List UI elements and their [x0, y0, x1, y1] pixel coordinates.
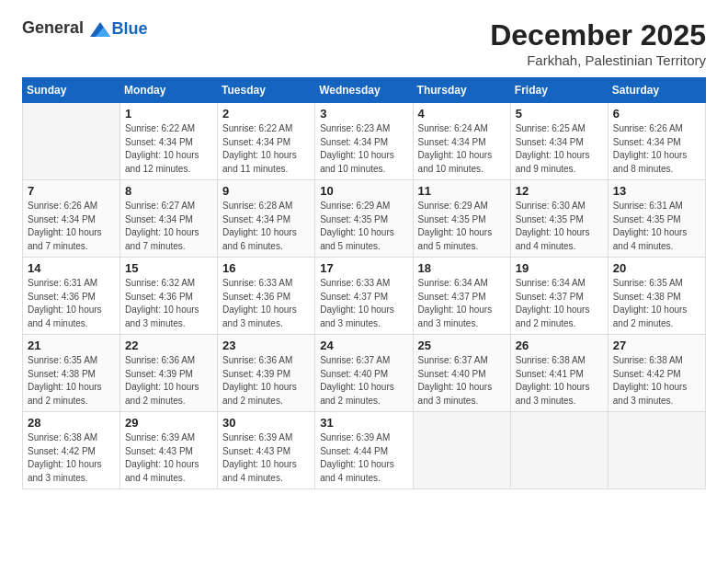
day-info: Sunrise: 6:39 AM Sunset: 4:43 PM Dayligh…	[125, 432, 199, 483]
calendar-header-row: SundayMondayTuesdayWednesdayThursdayFrid…	[23, 78, 706, 103]
column-header-wednesday: Wednesday	[315, 78, 413, 103]
day-info: Sunrise: 6:33 AM Sunset: 4:36 PM Dayligh…	[222, 278, 297, 328]
day-info: Sunrise: 6:39 AM Sunset: 4:44 PM Dayligh…	[320, 432, 394, 483]
calendar-cell: 19Sunrise: 6:34 AM Sunset: 4:37 PM Dayli…	[510, 258, 608, 335]
day-number: 30	[222, 416, 310, 430]
day-number: 27	[613, 339, 700, 352]
calendar-cell: 3Sunrise: 6:23 AM Sunset: 4:34 PM Daylig…	[315, 103, 413, 180]
week-row-5: 28Sunrise: 6:38 AM Sunset: 4:42 PM Dayli…	[23, 412, 706, 489]
day-info: Sunrise: 6:28 AM Sunset: 4:34 PM Dayligh…	[222, 201, 297, 251]
column-header-thursday: Thursday	[413, 78, 510, 103]
day-number: 25	[418, 339, 506, 352]
day-number: 22	[125, 339, 212, 352]
column-header-friday: Friday	[510, 78, 608, 103]
day-info: Sunrise: 6:38 AM Sunset: 4:42 PM Dayligh…	[613, 355, 688, 406]
day-number: 29	[125, 416, 212, 430]
day-info: Sunrise: 6:26 AM Sunset: 4:34 PM Dayligh…	[28, 201, 102, 251]
day-number: 26	[516, 339, 603, 352]
calendar-cell: 2Sunrise: 6:22 AM Sunset: 4:34 PM Daylig…	[218, 103, 315, 180]
calendar-cell	[413, 412, 510, 489]
day-number: 20	[613, 261, 700, 275]
calendar-cell: 28Sunrise: 6:38 AM Sunset: 4:42 PM Dayli…	[23, 412, 120, 489]
calendar-cell: 30Sunrise: 6:39 AM Sunset: 4:43 PM Dayli…	[218, 412, 315, 489]
day-info: Sunrise: 6:27 AM Sunset: 4:34 PM Dayligh…	[125, 201, 199, 251]
day-info: Sunrise: 6:38 AM Sunset: 4:41 PM Dayligh…	[516, 355, 590, 406]
week-row-2: 7Sunrise: 6:26 AM Sunset: 4:34 PM Daylig…	[23, 180, 706, 258]
day-number: 16	[222, 261, 310, 275]
day-info: Sunrise: 6:35 AM Sunset: 4:38 PM Dayligh…	[613, 278, 688, 328]
calendar-cell: 22Sunrise: 6:36 AM Sunset: 4:39 PM Dayli…	[120, 335, 218, 412]
day-number: 6	[613, 107, 700, 121]
calendar-cell: 7Sunrise: 6:26 AM Sunset: 4:34 PM Daylig…	[23, 180, 120, 258]
day-info: Sunrise: 6:36 AM Sunset: 4:39 PM Dayligh…	[125, 355, 199, 406]
calendar-cell: 26Sunrise: 6:38 AM Sunset: 4:41 PM Dayli…	[510, 335, 608, 412]
day-number: 17	[320, 261, 407, 275]
day-number: 10	[320, 184, 407, 198]
day-info: Sunrise: 6:35 AM Sunset: 4:38 PM Dayligh…	[28, 355, 102, 406]
column-header-monday: Monday	[120, 78, 218, 103]
calendar-cell: 1Sunrise: 6:22 AM Sunset: 4:34 PM Daylig…	[120, 103, 218, 180]
day-info: Sunrise: 6:25 AM Sunset: 4:34 PM Dayligh…	[516, 123, 590, 174]
day-info: Sunrise: 6:39 AM Sunset: 4:43 PM Dayligh…	[222, 432, 297, 483]
calendar-cell: 17Sunrise: 6:33 AM Sunset: 4:37 PM Dayli…	[315, 258, 413, 335]
calendar-cell	[608, 412, 705, 489]
day-number: 11	[418, 184, 506, 198]
subtitle: Farkhah, Palestinian Territory	[490, 52, 706, 68]
day-info: Sunrise: 6:30 AM Sunset: 4:35 PM Dayligh…	[516, 201, 590, 251]
calendar-cell: 13Sunrise: 6:31 AM Sunset: 4:35 PM Dayli…	[608, 180, 705, 258]
calendar-cell: 5Sunrise: 6:25 AM Sunset: 4:34 PM Daylig…	[510, 103, 608, 180]
day-number: 18	[418, 261, 506, 275]
day-info: Sunrise: 6:32 AM Sunset: 4:36 PM Dayligh…	[125, 278, 199, 328]
day-info: Sunrise: 6:31 AM Sunset: 4:35 PM Dayligh…	[613, 201, 688, 251]
day-info: Sunrise: 6:29 AM Sunset: 4:35 PM Dayligh…	[320, 201, 394, 251]
day-info: Sunrise: 6:34 AM Sunset: 4:37 PM Dayligh…	[516, 278, 590, 328]
calendar-cell: 29Sunrise: 6:39 AM Sunset: 4:43 PM Dayli…	[120, 412, 218, 489]
day-info: Sunrise: 6:33 AM Sunset: 4:37 PM Dayligh…	[320, 278, 394, 328]
day-number: 13	[613, 184, 700, 198]
week-row-1: 1Sunrise: 6:22 AM Sunset: 4:34 PM Daylig…	[23, 103, 706, 180]
day-info: Sunrise: 6:36 AM Sunset: 4:39 PM Dayligh…	[222, 355, 297, 406]
calendar-cell: 10Sunrise: 6:29 AM Sunset: 4:35 PM Dayli…	[315, 180, 413, 258]
day-number: 5	[516, 107, 603, 121]
day-info: Sunrise: 6:38 AM Sunset: 4:42 PM Dayligh…	[28, 432, 102, 483]
calendar-cell: 8Sunrise: 6:27 AM Sunset: 4:34 PM Daylig…	[120, 180, 218, 258]
day-info: Sunrise: 6:34 AM Sunset: 4:37 PM Dayligh…	[418, 278, 493, 328]
calendar-cell: 15Sunrise: 6:32 AM Sunset: 4:36 PM Dayli…	[120, 258, 218, 335]
day-number: 4	[418, 107, 506, 121]
calendar-cell: 16Sunrise: 6:33 AM Sunset: 4:36 PM Dayli…	[218, 258, 315, 335]
day-info: Sunrise: 6:23 AM Sunset: 4:34 PM Dayligh…	[320, 123, 394, 174]
day-number: 7	[28, 184, 115, 198]
page-header: General Blue December 2025 Farkhah, Pale…	[22, 18, 706, 68]
day-number: 1	[125, 107, 212, 121]
day-number: 15	[125, 261, 212, 275]
calendar-cell: 23Sunrise: 6:36 AM Sunset: 4:39 PM Dayli…	[218, 335, 315, 412]
week-row-4: 21Sunrise: 6:35 AM Sunset: 4:38 PM Dayli…	[23, 335, 706, 412]
day-info: Sunrise: 6:22 AM Sunset: 4:34 PM Dayligh…	[222, 123, 297, 174]
day-number: 12	[516, 184, 603, 198]
week-row-3: 14Sunrise: 6:31 AM Sunset: 4:36 PM Dayli…	[23, 258, 706, 335]
calendar-cell: 11Sunrise: 6:29 AM Sunset: 4:35 PM Dayli…	[413, 180, 510, 258]
day-info: Sunrise: 6:31 AM Sunset: 4:36 PM Dayligh…	[28, 278, 102, 328]
day-number: 8	[125, 184, 212, 198]
day-info: Sunrise: 6:26 AM Sunset: 4:34 PM Dayligh…	[613, 123, 688, 174]
calendar-cell: 20Sunrise: 6:35 AM Sunset: 4:38 PM Dayli…	[608, 258, 705, 335]
day-number: 3	[320, 107, 407, 121]
day-number: 14	[28, 261, 115, 275]
logo-icon	[90, 19, 110, 40]
calendar-cell	[23, 103, 120, 180]
day-number: 21	[28, 339, 115, 352]
calendar-cell: 14Sunrise: 6:31 AM Sunset: 4:36 PM Dayli…	[23, 258, 120, 335]
calendar-cell: 18Sunrise: 6:34 AM Sunset: 4:37 PM Dayli…	[413, 258, 510, 335]
day-number: 2	[222, 107, 310, 121]
calendar-cell: 4Sunrise: 6:24 AM Sunset: 4:34 PM Daylig…	[413, 103, 510, 180]
column-header-tuesday: Tuesday	[218, 78, 315, 103]
logo: General Blue	[22, 18, 148, 40]
day-number: 23	[222, 339, 310, 352]
column-header-sunday: Sunday	[23, 78, 120, 103]
logo-text-general: General	[22, 18, 84, 37]
title-block: December 2025 Farkhah, Palestinian Terri…	[490, 18, 706, 68]
main-title: December 2025	[490, 18, 706, 52]
calendar-cell: 12Sunrise: 6:30 AM Sunset: 4:35 PM Dayli…	[510, 180, 608, 258]
day-info: Sunrise: 6:37 AM Sunset: 4:40 PM Dayligh…	[320, 355, 394, 406]
day-number: 28	[28, 416, 115, 430]
